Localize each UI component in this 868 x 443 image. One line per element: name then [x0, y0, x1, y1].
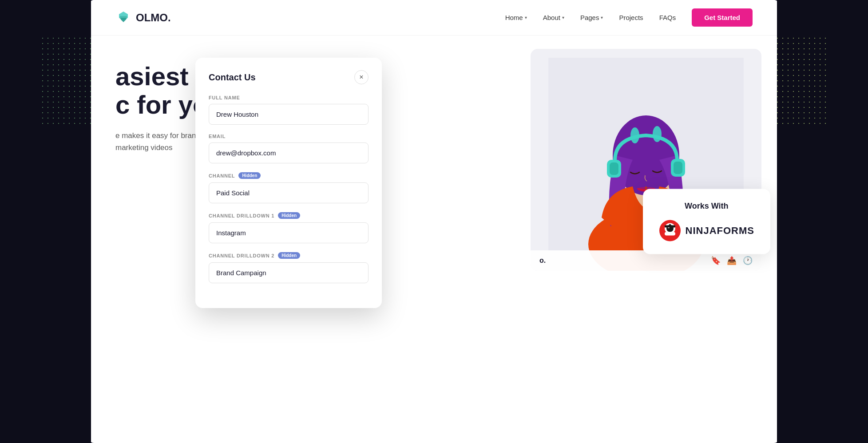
nav-projects[interactable]: Projects: [619, 14, 643, 21]
nav-home[interactable]: Home ▾: [505, 14, 527, 21]
modal-header: Contact Us ×: [209, 70, 369, 84]
form-group-fullname: FULL NAME: [209, 95, 369, 125]
bookmark-icon[interactable]: 🔖: [711, 256, 721, 265]
svg-rect-6: [610, 162, 618, 175]
page-content: OLMO. Home ▾ About ▾ Pages ▾ Projects: [89, 0, 779, 443]
clock-icon[interactable]: 🕐: [743, 256, 753, 265]
pages-arrow-icon: ▾: [601, 15, 603, 20]
modal-close-button[interactable]: ×: [354, 70, 369, 84]
send-icon[interactable]: 📤: [727, 256, 737, 265]
left-border-panel: [0, 0, 91, 443]
svg-rect-16: [665, 232, 675, 236]
ninja-forms-text: NINJAFORMS: [686, 225, 754, 237]
email-input[interactable]: [209, 142, 369, 163]
fullname-label: FULL NAME: [209, 95, 240, 100]
svg-rect-18: [669, 224, 671, 228]
channel-label: CHANNEL: [209, 173, 235, 178]
brand-name: OLMO.: [136, 12, 171, 24]
channel-input[interactable]: [209, 182, 369, 203]
form-group-drilldown2: CHANNEL DRILLDOWN 2 Hidden: [209, 252, 369, 283]
logo-icon: [115, 10, 131, 26]
hero-bar-icons: 🔖 📤 🕐: [711, 256, 753, 265]
nav-links: Home ▾ About ▾ Pages ▾ Projects FAQs Get: [505, 8, 753, 27]
drilldown1-hidden-badge: Hidden: [278, 212, 300, 219]
nav-about[interactable]: About ▾: [543, 14, 564, 21]
modal-title: Contact Us: [209, 72, 256, 83]
form-group-drilldown1: CHANNEL DRILLDOWN 1 Hidden: [209, 212, 369, 243]
drilldown2-label: CHANNEL DRILLDOWN 2: [209, 253, 274, 258]
drilldown2-label-row: CHANNEL DRILLDOWN 2 Hidden: [209, 252, 369, 259]
svg-rect-8: [674, 162, 682, 174]
about-arrow-icon: ▾: [562, 15, 564, 20]
fullname-input[interactable]: [209, 104, 369, 125]
dots-decoration-left: [40, 36, 93, 124]
nav-pages[interactable]: Pages ▾: [580, 14, 603, 21]
ninja-forms-logo: NINJAFORMS: [659, 220, 754, 242]
drilldown2-hidden-badge: Hidden: [278, 252, 300, 259]
ninja-forms-icon: [659, 220, 681, 242]
brand-logo[interactable]: OLMO.: [115, 10, 171, 26]
nav-faqs[interactable]: FAQs: [659, 14, 676, 21]
form-group-email: EMAIL: [209, 134, 369, 163]
navbar: OLMO. Home ▾ About ▾ Pages ▾ Projects: [89, 0, 779, 36]
works-with-card: Works With NINJAFORMS: [643, 189, 770, 254]
right-border-panel: [777, 0, 868, 443]
email-label-row: EMAIL: [209, 134, 369, 139]
form-group-channel: CHANNEL Hidden: [209, 172, 369, 203]
dots-decoration-right: [775, 36, 828, 124]
hero-bar-logo: o.: [539, 257, 546, 265]
hero-section: asiest way to licence c for your brand e…: [89, 36, 779, 154]
svg-point-9: [630, 127, 639, 143]
contact-modal: Contact Us × FULL NAME EMAIL CHAN: [195, 58, 382, 308]
drilldown1-input[interactable]: [209, 222, 369, 243]
channel-label-row: CHANNEL Hidden: [209, 172, 369, 179]
svg-point-10: [653, 126, 662, 142]
channel-hidden-badge: Hidden: [238, 172, 261, 179]
main-content-area: OLMO. Home ▾ About ▾ Pages ▾ Projects: [89, 0, 779, 443]
drilldown2-input[interactable]: [209, 262, 369, 283]
fullname-label-row: FULL NAME: [209, 95, 369, 100]
email-label: EMAIL: [209, 134, 226, 139]
drilldown1-label: CHANNEL DRILLDOWN 1: [209, 213, 274, 218]
works-with-title: Works With: [659, 202, 754, 211]
home-arrow-icon: ▾: [525, 15, 527, 20]
get-started-button[interactable]: Get Started: [692, 8, 753, 27]
drilldown1-label-row: CHANNEL DRILLDOWN 1 Hidden: [209, 212, 369, 219]
